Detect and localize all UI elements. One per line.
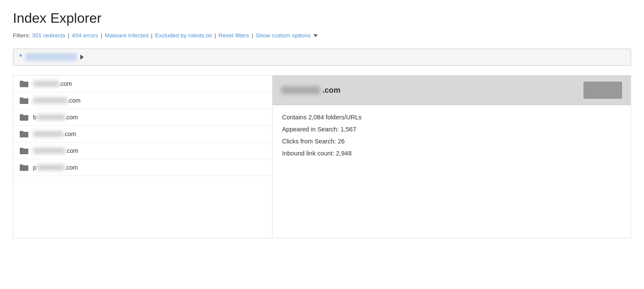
list-item[interactable]: p.com [13, 159, 272, 176]
folder-icon [19, 130, 29, 138]
chevron-down-icon [313, 34, 318, 37]
page-title: Index Explorer [13, 10, 631, 26]
stat-clicks: Clicks from Search: 26 [282, 138, 621, 145]
separator-3: | [151, 32, 154, 39]
item-suffix: .com [59, 80, 72, 87]
filter-reset-link[interactable]: Reset filters [219, 32, 249, 39]
item-suffix: .com [67, 97, 80, 104]
list-item[interactable]: .com [13, 92, 272, 109]
filter-404-link[interactable]: 404 errors [72, 32, 98, 39]
separator-5: | [252, 32, 255, 39]
asterisk-label: * [19, 53, 22, 61]
blurred-domain [281, 86, 320, 94]
list-item[interactable]: b.com [13, 109, 272, 126]
filters-label: Filters: [13, 32, 30, 39]
detail-action-button[interactable] [583, 82, 622, 99]
detail-header: .com [273, 76, 631, 105]
folder-icon [19, 113, 29, 121]
item-blurred-text [33, 81, 59, 87]
folder-icon [19, 80, 29, 88]
filter-robots-link[interactable]: Excluded by robots.txt [155, 32, 212, 39]
list-item[interactable]: .com [13, 126, 272, 143]
separator-2: | [101, 32, 104, 39]
item-label: .com [33, 147, 78, 154]
item-blurred-text [37, 114, 65, 120]
filter-malware-link[interactable]: Malware infected [105, 32, 149, 39]
separator-4: | [215, 32, 218, 39]
main-content: .com .com b.com [13, 75, 631, 238]
item-label: .com [33, 97, 80, 104]
search-bar: * [13, 49, 631, 66]
right-panel: .com Contains 2,084 folders/URLs Appeare… [273, 76, 631, 238]
list-item[interactable]: .com [13, 76, 272, 92]
filter-301-link[interactable]: 301 redirects [32, 32, 65, 39]
separator-1: | [68, 32, 71, 39]
left-panel: .com .com b.com [13, 76, 273, 238]
folder-icon [19, 147, 29, 155]
url-pill [25, 53, 77, 61]
stat-search: Appeared in Search: 1,567 [282, 126, 621, 133]
item-blurred-text [33, 97, 67, 103]
detail-domain-title: .com [281, 86, 340, 95]
item-label: p.com [33, 164, 78, 171]
item-blurred-text [33, 148, 65, 154]
stat-folders: Contains 2,084 folders/URLs [282, 114, 621, 121]
domain-suffix: .com [322, 86, 340, 95]
item-label: .com [33, 80, 72, 87]
item-label: .com [33, 131, 76, 137]
item-blurred-text [37, 164, 65, 170]
folder-icon [19, 164, 29, 171]
detail-stats: Contains 2,084 folders/URLs Appeared in … [273, 105, 631, 165]
item-suffix: .com [65, 147, 78, 154]
item-suffix: .com [65, 164, 78, 171]
stat-inbound: Inbound link count: 2,948 [282, 150, 621, 157]
list-item[interactable]: .com [13, 143, 272, 159]
item-label: b.com [33, 114, 78, 121]
item-suffix: .com [65, 114, 78, 121]
filter-custom-container[interactable]: Show custom options [255, 30, 317, 41]
item-suffix: .com [63, 131, 76, 137]
folder-icon [19, 97, 29, 104]
filter-custom-link[interactable]: Show custom options [255, 30, 310, 41]
item-blurred-text [33, 131, 63, 137]
filters-bar: Filters: 301 redirects | 404 errors | Ma… [13, 30, 631, 41]
arrow-right-icon[interactable] [80, 55, 84, 60]
